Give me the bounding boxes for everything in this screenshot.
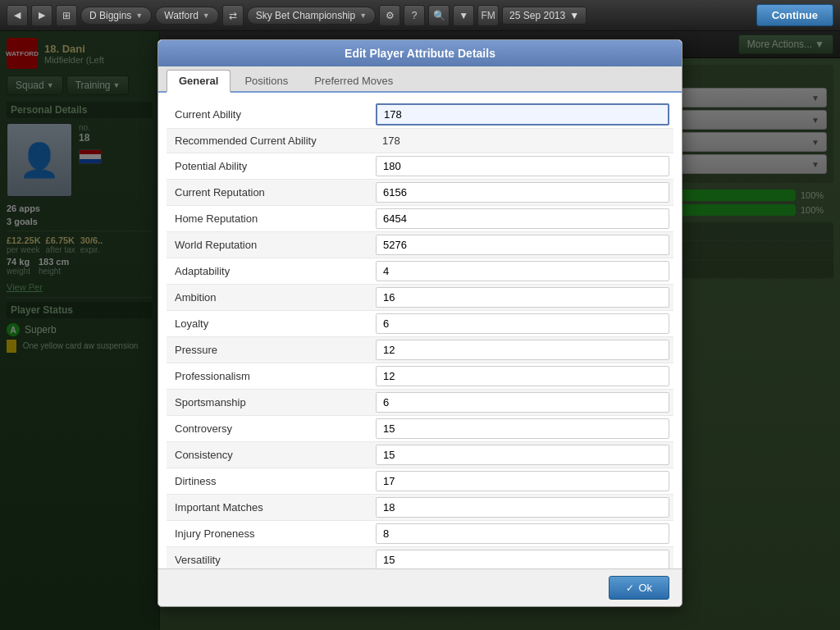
attr-value: 178 — [376, 131, 669, 150]
nav-back-button[interactable]: ◀ — [7, 5, 28, 26]
attr-input[interactable] — [376, 182, 669, 203]
attr-input[interactable] — [376, 445, 669, 465]
modal-tab-preferred-moves[interactable]: Preferred Moves — [302, 70, 405, 91]
attr-label: Pressure — [167, 338, 372, 362]
current-date: 25 Sep 2013 — [509, 10, 565, 21]
attr-row: Adaptability — [167, 258, 673, 285]
modal-tab-general[interactable]: General — [167, 70, 231, 93]
attr-label: Professionalism — [167, 364, 372, 388]
checkmark-icon: ✓ — [626, 582, 634, 594]
attr-row: Loyalty — [167, 311, 673, 337]
continue-button[interactable]: Continue — [756, 4, 833, 26]
attr-row: Controversy — [167, 416, 673, 442]
modal-body: Current AbilityRecommended Current Abili… — [158, 93, 682, 568]
attr-row: Important Matches — [167, 495, 673, 521]
ok-label: Ok — [638, 582, 652, 594]
attr-input[interactable] — [376, 235, 669, 255]
attr-label: Current Reputation — [167, 180, 372, 204]
attr-label: Adaptability — [167, 259, 372, 283]
modal-title: Edit Player Attribute Details — [345, 47, 495, 60]
modal-tab-positions[interactable]: Positions — [232, 70, 300, 91]
help-icon[interactable]: ? — [404, 5, 425, 26]
modal-footer: ✓ Ok — [158, 568, 682, 606]
attr-input[interactable] — [376, 418, 669, 439]
manager-arrow: ▼ — [135, 11, 143, 20]
attr-input[interactable] — [376, 313, 669, 334]
attr-label: Important Matches — [167, 495, 372, 519]
team-name: Watford — [164, 10, 199, 21]
attr-label: Dirtiness — [167, 469, 372, 493]
attr-input[interactable] — [376, 103, 669, 126]
top-bar: ◀ ▶ ⊞ D Biggins ▼ Watford ▼ ⇄ Sky Bet Ch… — [0, 0, 840, 31]
scout-icon[interactable]: 🔍 — [428, 5, 450, 26]
manager-pill[interactable]: D Biggins ▼ — [80, 7, 152, 25]
attr-input[interactable] — [376, 156, 669, 176]
modal-tab-bar: General Positions Preferred Moves — [158, 66, 682, 93]
attr-label: Loyalty — [167, 312, 372, 336]
attr-row: Pressure — [167, 337, 673, 363]
attr-label: World Reputation — [167, 233, 372, 257]
attr-input[interactable] — [376, 287, 669, 308]
attr-input[interactable] — [376, 497, 669, 518]
league-pill[interactable]: Sky Bet Championship ▼ — [247, 7, 376, 25]
attr-label: Sportsmanship — [167, 390, 372, 414]
attr-input[interactable] — [376, 471, 669, 491]
attr-row: Consistency — [167, 442, 673, 468]
attr-row: Home Reputation — [167, 206, 673, 232]
attr-row: Current Reputation — [167, 180, 673, 206]
league-arrow: ▼ — [359, 11, 367, 20]
attr-input[interactable] — [376, 392, 669, 413]
attr-input[interactable] — [376, 208, 669, 229]
attr-label: Potential Ability — [167, 154, 372, 178]
attr-label: Controversy — [167, 417, 372, 441]
settings-icon[interactable]: ▼ — [453, 5, 474, 26]
nav-forward-button[interactable]: ▶ — [31, 5, 52, 26]
attr-label: Consistency — [167, 443, 372, 467]
attr-input[interactable] — [376, 523, 669, 544]
attr-label: Ambition — [167, 285, 372, 309]
attr-input[interactable] — [376, 340, 669, 360]
attr-label: Recommended Current Ability — [167, 129, 372, 153]
date-arrow: ▼ — [569, 10, 579, 21]
attr-row: Versatility — [167, 547, 673, 568]
attr-input[interactable] — [376, 366, 669, 386]
attr-label: Injury Proneness — [167, 522, 372, 546]
attr-row: Current Ability — [167, 101, 673, 129]
attr-row: Ambition — [167, 285, 673, 311]
attr-row: Sportsmanship — [167, 390, 673, 416]
attr-row: Professionalism — [167, 363, 673, 390]
home-icon[interactable]: ⊞ — [56, 5, 77, 26]
attr-input[interactable] — [376, 550, 669, 568]
date-display[interactable]: 25 Sep 2013 ▼ — [502, 7, 587, 25]
attr-row: World Reputation — [167, 232, 673, 258]
attr-label: Home Reputation — [167, 207, 372, 231]
edit-attribute-modal: Edit Player Attribute Details General Po… — [158, 39, 682, 607]
attr-row: Recommended Current Ability178 — [167, 129, 673, 153]
transfer-icon[interactable]: ⇄ — [222, 5, 244, 26]
manager-name: D Biggins — [89, 10, 131, 21]
league-name: Sky Bet Championship — [256, 10, 355, 21]
search-icon[interactable]: ⚙ — [379, 5, 400, 26]
fm-icon[interactable]: FM — [477, 5, 499, 26]
attr-row: Dirtiness — [167, 468, 673, 495]
attr-label: Versatility — [167, 548, 372, 568]
attr-row: Injury Proneness — [167, 521, 673, 547]
attr-input[interactable] — [376, 261, 669, 281]
modal-overlay: Edit Player Attribute Details General Po… — [0, 31, 840, 630]
attr-row: Potential Ability — [167, 153, 673, 180]
team-pill[interactable]: Watford ▼ — [155, 7, 219, 25]
team-arrow: ▼ — [203, 11, 210, 20]
ok-button[interactable]: ✓ Ok — [609, 576, 669, 600]
modal-header: Edit Player Attribute Details — [158, 40, 682, 66]
attr-label: Current Ability — [167, 103, 372, 126]
